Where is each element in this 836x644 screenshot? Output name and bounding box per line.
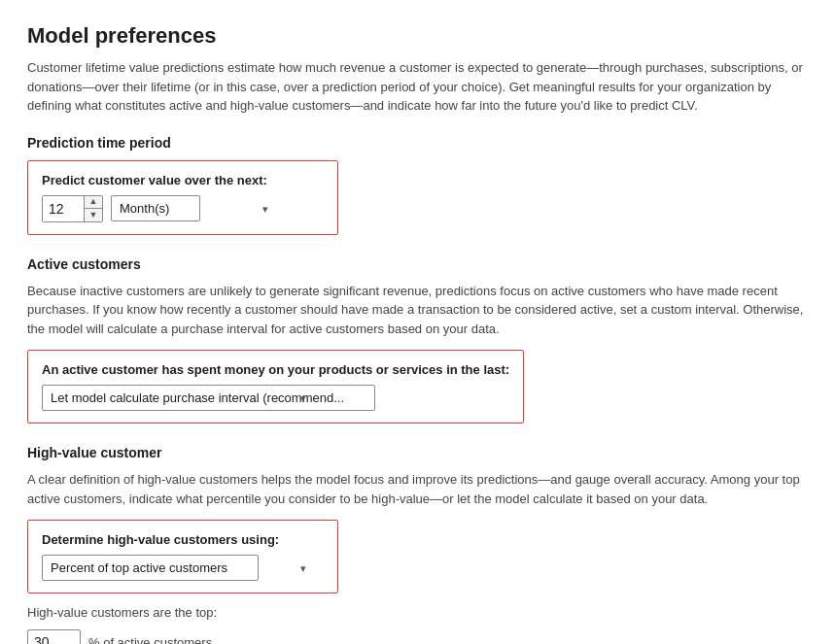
active-customers-desc: Because inactive customers are unlikely … xyxy=(27,282,809,339)
active-customers-section: Active customers Because inactive custom… xyxy=(27,256,809,424)
high-value-desc: A clear definition of high-value custome… xyxy=(27,470,809,508)
high-value-box-label: Determine high-value customers using: xyxy=(42,532,324,547)
top-percent-section: High-value customers are the top: % of a… xyxy=(27,605,809,644)
spinner-down[interactable]: ▼ xyxy=(85,209,102,221)
active-customers-box-label: An active customer has spent money on yo… xyxy=(42,362,509,377)
intro-text: Customer lifetime value predictions esti… xyxy=(27,58,809,116)
high-value-section: High-value customer A clear definition o… xyxy=(27,445,809,644)
prediction-box: Predict customer value over the next: ▲ … xyxy=(27,160,338,235)
spinner-btns: ▲ ▼ xyxy=(84,196,102,221)
period-select[interactable]: Month(s) Year(s) Day(s) xyxy=(111,195,200,221)
highvalue-select-arrow: ▾ xyxy=(300,561,306,574)
highvalue-select-wrap: Percent of top active customers Model ca… xyxy=(42,555,314,581)
interval-select[interactable]: Let model calculate purchase interval (r… xyxy=(42,385,375,411)
active-customers-title: Active customers xyxy=(27,256,809,272)
period-select-arrow: ▾ xyxy=(262,202,268,215)
highvalue-select[interactable]: Percent of top active customers Model ca… xyxy=(42,555,259,581)
period-select-wrap: Month(s) Year(s) Day(s) ▾ xyxy=(111,195,276,221)
spinner-up[interactable]: ▲ xyxy=(85,196,102,209)
prediction-section: Prediction time period Predict customer … xyxy=(27,135,809,235)
percent-unit: % of active customers xyxy=(88,635,212,645)
percent-input[interactable] xyxy=(27,629,81,644)
top-percent-row: % of active customers xyxy=(27,629,809,644)
prediction-box-label: Predict customer value over the next: xyxy=(42,173,324,187)
prediction-section-title: Prediction time period xyxy=(27,135,809,151)
main-content: Model preferences Customer lifetime valu… xyxy=(0,0,836,644)
number-input[interactable] xyxy=(43,196,84,221)
high-value-box: Determine high-value customers using: Pe… xyxy=(27,520,338,593)
interval-select-wrap: Let model calculate purchase interval (r… xyxy=(42,385,314,411)
prediction-input-row: ▲ ▼ Month(s) Year(s) Day(s) ▾ xyxy=(42,195,324,222)
page-title: Model preferences xyxy=(27,23,809,49)
active-customers-box: An active customer has spent money on yo… xyxy=(27,350,524,424)
number-input-wrap: ▲ ▼ xyxy=(42,195,103,222)
top-percent-label: High-value customers are the top: xyxy=(27,605,809,620)
high-value-title: High-value customer xyxy=(27,445,809,460)
